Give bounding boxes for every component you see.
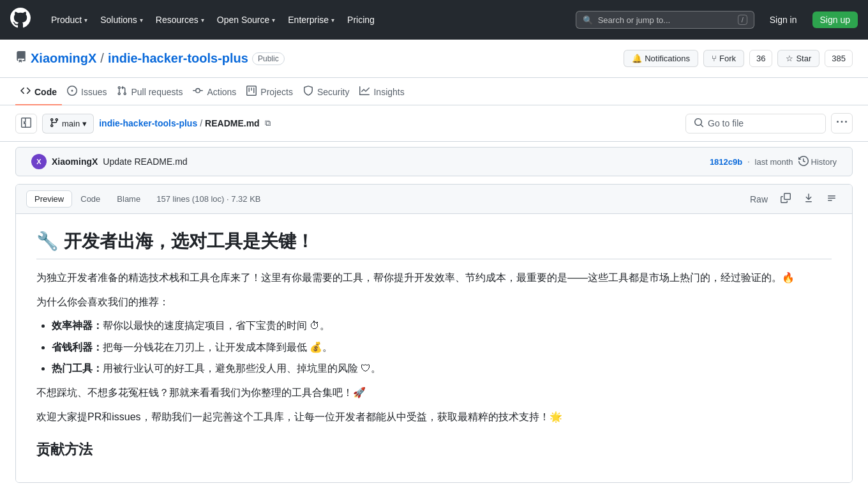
- file-view-tabs: Preview Code Blame: [26, 190, 149, 208]
- file-toolbar: main ▾ indie-hacker-tools-plus / README.…: [0, 105, 868, 142]
- file-view-header: Preview Code Blame 157 lines (108 loc) ·…: [16, 185, 852, 214]
- bell-icon: 🔔: [632, 54, 642, 63]
- signin-button[interactable]: Sign in: [765, 11, 802, 28]
- list-item: 热门工具：用被行业认可的好工具，避免那些没人用、掉坑里的风险 🛡。: [52, 360, 832, 377]
- download-button[interactable]: [798, 190, 819, 208]
- file-view: Preview Code Blame 157 lines (108 loc) ·…: [15, 184, 853, 483]
- nav-resources[interactable]: Resources ▾: [151, 11, 209, 29]
- repo-separator: /: [100, 51, 104, 66]
- chevron-down-icon: ▾: [84, 17, 87, 24]
- fork-icon: ⑂: [712, 54, 717, 63]
- author-avatar: X: [31, 154, 47, 169]
- list-item: 省钱利器：把每一分钱花在刀刃上，让开发成本降到最低 💰。: [52, 339, 832, 356]
- chevron-down-icon: ▾: [272, 17, 275, 24]
- star-count[interactable]: 385: [825, 50, 853, 67]
- file-metadata: 157 lines (108 loc) · 7.32 KB: [156, 194, 260, 204]
- chevron-down-icon: ▾: [331, 17, 334, 24]
- content-why-title: 为什么你会喜欢我们的推荐：: [36, 294, 832, 310]
- tab-code[interactable]: Code: [15, 78, 62, 105]
- content-intro: 为独立开发者准备的精选技术栈和工具仓库来了！这里有你最需要的工具，帮你提升开发效…: [36, 270, 832, 286]
- repo-breadcrumb: XiaomingX / indie-hacker-tools-plus Publ…: [15, 51, 285, 66]
- bullet-1-strong: 效率神器：: [52, 320, 103, 331]
- actions-icon: [193, 86, 203, 98]
- commit-time: last month: [755, 157, 793, 167]
- commit-hash-link[interactable]: 1812c9b: [710, 157, 742, 167]
- fork-count[interactable]: 36: [749, 50, 772, 67]
- branch-icon: [49, 118, 59, 130]
- tab-actions[interactable]: Actions: [188, 78, 241, 105]
- chevron-down-icon: ▾: [140, 17, 143, 24]
- bullet-2-strong: 省钱利器：: [52, 342, 103, 353]
- commit-info-bar: X XiaomingX Update README.md 1812c9b · l…: [15, 147, 853, 176]
- signup-button[interactable]: Sign up: [812, 11, 858, 28]
- nav-items: Product ▾ Solutions ▾ Resources ▾ Open S…: [46, 11, 380, 29]
- tab-preview[interactable]: Preview: [26, 190, 72, 208]
- content-title: 🔧 开发者出海，选对工具是关键！: [36, 229, 832, 259]
- nav-enterprise[interactable]: Enterprise ▾: [283, 11, 340, 29]
- content-bullets-list: 效率神器：帮你以最快的速度搞定项目，省下宝贵的时间 ⏱。 省钱利器：把每一分钱花…: [52, 317, 832, 377]
- repo-tab-bar: Code Issues Pull requests Actions Projec…: [0, 78, 868, 105]
- issue-icon: [67, 86, 77, 98]
- tab-blame[interactable]: Blame: [108, 190, 149, 208]
- tab-insights[interactable]: Insights: [354, 78, 409, 105]
- outline-button[interactable]: [821, 190, 842, 208]
- file-path: indie-hacker-tools-plus / README.md ⧉: [99, 117, 273, 130]
- expand-sidebar-button[interactable]: [15, 114, 37, 133]
- tab-security[interactable]: Security: [298, 78, 355, 105]
- star-icon: ☆: [786, 54, 793, 63]
- chevron-down-icon: ▾: [82, 119, 87, 128]
- copy-raw-button[interactable]: [775, 190, 796, 208]
- file-content: 🔧 开发者出海，选对工具是关键！ 为独立开发者准备的精选技术栈和工具仓库来了！这…: [16, 214, 852, 482]
- search-bar[interactable]: 🔍 Search or jump to... /: [576, 11, 754, 29]
- repo-owner-link[interactable]: XiaomingX: [31, 51, 96, 66]
- path-separator: /: [200, 118, 202, 128]
- nav-open-source[interactable]: Open Source ▾: [212, 11, 281, 29]
- pull-request-icon: [117, 86, 127, 98]
- tab-code[interactable]: Code: [72, 190, 108, 208]
- more-options-button[interactable]: [831, 113, 853, 133]
- github-logo-icon[interactable]: [10, 8, 31, 32]
- star-button[interactable]: ☆ Star: [777, 50, 819, 67]
- content-welcome: 欢迎大家提PR和issues，帮助我们一起完善这个工具库，让每一位开发者都能从中…: [36, 409, 832, 425]
- graph-icon: [359, 86, 370, 98]
- raw-button[interactable]: Raw: [745, 191, 773, 208]
- content-contribute-title: 贡献方法: [36, 440, 832, 459]
- repo-type-icon: [15, 51, 27, 66]
- goto-file-button[interactable]: Go to file: [685, 114, 826, 133]
- repo-name-link[interactable]: indie-hacker-tools-plus: [108, 51, 248, 66]
- nav-product[interactable]: Product ▾: [46, 11, 93, 29]
- search-icon: 🔍: [583, 15, 593, 25]
- fork-button[interactable]: ⑂ Fork: [703, 50, 744, 67]
- commit-author[interactable]: XiaomingX: [52, 156, 98, 167]
- search-icon: [694, 118, 704, 130]
- tab-projects[interactable]: Projects: [241, 78, 298, 105]
- current-file-name: README.md: [205, 118, 260, 128]
- nav-pricing[interactable]: Pricing: [342, 11, 380, 29]
- top-navigation: Product ▾ Solutions ▾ Resources ▾ Open S…: [0, 0, 868, 40]
- list-item: 效率神器：帮你以最快的速度搞定项目，省下宝贵的时间 ⏱。: [52, 317, 832, 334]
- repo-root-link[interactable]: indie-hacker-tools-plus: [99, 118, 197, 128]
- repo-visibility-badge: Public: [252, 52, 285, 65]
- history-button[interactable]: History: [798, 156, 837, 168]
- file-view-actions: Raw: [745, 190, 842, 208]
- shield-icon: [303, 86, 313, 98]
- tab-pull-requests[interactable]: Pull requests: [112, 78, 188, 105]
- tab-issues[interactable]: Issues: [62, 78, 112, 105]
- projects-icon: [246, 86, 257, 98]
- repo-actions: 🔔 Notifications ⑂ Fork 36 ☆ Star 385: [624, 50, 853, 67]
- branch-selector[interactable]: main ▾: [42, 114, 94, 133]
- bullet-3-strong: 热门工具：: [52, 363, 103, 374]
- repo-header: XiaomingX / indie-hacker-tools-plus Publ…: [0, 40, 868, 78]
- content-cta: 不想踩坑、不想多花冤枉钱？那就来看看我们为你整理的工具合集吧！🚀: [36, 385, 832, 401]
- code-icon: [20, 86, 31, 98]
- chevron-down-icon: ▾: [201, 17, 204, 24]
- nav-solutions[interactable]: Solutions ▾: [95, 11, 148, 29]
- commit-dot-separator: ·: [747, 157, 749, 166]
- notifications-button[interactable]: 🔔 Notifications: [624, 50, 698, 67]
- history-icon: [798, 156, 809, 168]
- commit-message: Update README.md: [103, 156, 187, 167]
- copy-path-icon[interactable]: ⧉: [262, 117, 273, 130]
